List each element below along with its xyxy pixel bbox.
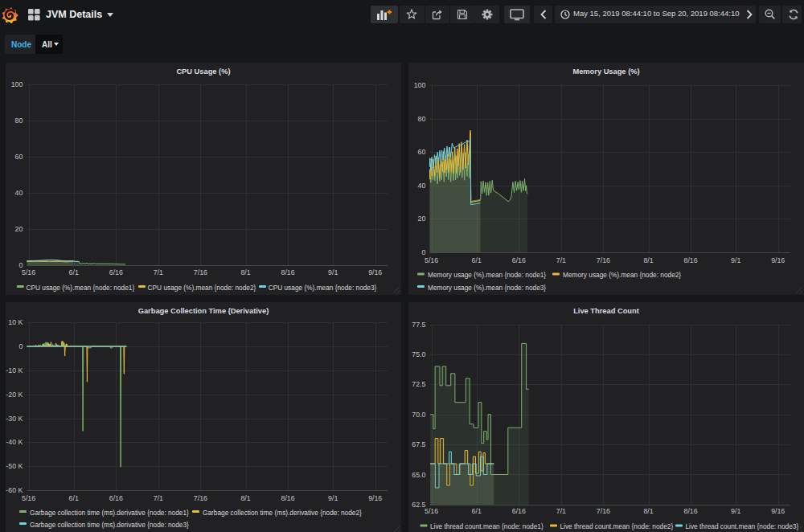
svg-text:5/16: 5/16 [425,256,438,264]
svg-text:9/1: 9/1 [328,268,338,276]
svg-text:0: 0 [18,342,23,350]
svg-text:Live thread count.mean {node:: Live thread count.mean {node: node1} [430,522,544,530]
svg-text:9/1: 9/1 [731,507,740,515]
svg-text:62.5: 62.5 [412,501,425,509]
svg-text:7/16: 7/16 [194,494,207,502]
svg-text:60: 60 [15,153,23,161]
svg-text:7/16: 7/16 [597,256,610,264]
svg-text:Garbage collection time (ms).d: Garbage collection time (ms).derivative … [30,509,189,517]
svg-text:8/1: 8/1 [643,256,653,264]
svg-text:Live thread count.mean {node:: Live thread count.mean {node: node2} [560,522,674,530]
svg-text:Memory usage (%).mean {node: n: Memory usage (%).mean {node: node1} [428,271,546,279]
svg-text:Live Thread Count: Live Thread Count [573,307,639,315]
svg-text:Memory usage (%).mean {node: n: Memory usage (%).mean {node: node3} [428,284,546,292]
svg-text:20: 20 [418,215,426,223]
svg-text:7/16: 7/16 [597,507,610,515]
svg-text:72.5: 72.5 [412,380,425,388]
svg-text:100: 100 [11,80,23,88]
svg-text:9/1: 9/1 [731,256,740,264]
svg-text:5/16: 5/16 [425,507,438,515]
svg-text:6/16: 6/16 [109,268,123,276]
svg-text:60: 60 [418,148,426,156]
svg-text:Memory Usage (%): Memory Usage (%) [572,68,639,76]
svg-text:8/16: 8/16 [684,507,698,515]
svg-text:9/16: 9/16 [368,494,382,502]
svg-text:CPU usage (%).mean {node: node: CPU usage (%).mean {node: node2} [148,284,256,292]
svg-text:80: 80 [418,115,426,123]
svg-text:6/1: 6/1 [69,494,79,502]
svg-text:40: 40 [15,189,23,197]
svg-text:5/16: 5/16 [22,268,35,276]
svg-text:0: 0 [421,248,425,256]
svg-text:40: 40 [418,182,426,190]
svg-text:8/1: 8/1 [240,494,250,502]
svg-text:8/16: 8/16 [684,256,698,264]
svg-text:9/1: 9/1 [328,494,338,502]
svg-text:-60 K: -60 K [6,486,23,494]
svg-text:Garbage collection time (ms).d: Garbage collection time (ms).derivative … [203,509,362,517]
svg-text:7/16: 7/16 [194,268,207,276]
svg-text:6/16: 6/16 [512,507,526,515]
svg-text:7/1: 7/1 [154,268,163,276]
svg-text:Memory usage (%).mean {node: n: Memory usage (%).mean {node: node2} [563,271,681,279]
svg-text:CPU usage (%).mean {node: node: CPU usage (%).mean {node: node1} [27,284,135,292]
svg-text:6/16: 6/16 [109,494,123,502]
svg-text:-40 K: -40 K [6,438,23,446]
svg-text:70.0: 70.0 [412,411,425,419]
svg-text:9/16: 9/16 [771,256,785,264]
svg-text:9/16: 9/16 [368,268,382,276]
svg-text:Garbage collection time (ms).d: Garbage collection time (ms).derivative … [30,521,189,529]
svg-text:6/1: 6/1 [472,507,482,515]
svg-text:-50 K: -50 K [6,462,23,470]
svg-text:6/16: 6/16 [512,256,526,264]
svg-text:8/16: 8/16 [281,268,295,276]
svg-text:5/16: 5/16 [22,494,35,502]
svg-text:80: 80 [15,117,23,125]
svg-text:8/1: 8/1 [643,507,653,515]
svg-text:-10 K: -10 K [6,366,23,374]
svg-text:-30 K: -30 K [6,415,23,423]
svg-text:100: 100 [414,81,426,89]
svg-text:CPU Usage (%): CPU Usage (%) [176,68,230,76]
svg-text:Garbage Collection Time (Deriv: Garbage Collection Time (Derivative) [138,307,269,315]
svg-text:77.5: 77.5 [412,321,425,329]
svg-text:20: 20 [15,225,23,233]
svg-text:67.5: 67.5 [412,440,425,448]
svg-text:Live thread count.mean {node:: Live thread count.mean {node: node3} [686,522,799,530]
svg-text:7/1: 7/1 [154,494,163,502]
svg-text:65.0: 65.0 [412,471,425,479]
svg-text:7/1: 7/1 [556,256,566,264]
svg-text:7/1: 7/1 [556,507,566,515]
svg-text:8/1: 8/1 [240,268,250,276]
svg-text:10 K: 10 K [8,318,23,326]
svg-text:9/16: 9/16 [771,507,785,515]
svg-text:6/1: 6/1 [69,268,79,276]
svg-text:8/16: 8/16 [281,494,295,502]
svg-text:6/1: 6/1 [472,256,482,264]
svg-text:-20 K: -20 K [6,391,23,399]
svg-text:75.0: 75.0 [412,350,425,358]
svg-text:CPU usage (%).mean {node: node: CPU usage (%).mean {node: node3} [269,284,377,292]
